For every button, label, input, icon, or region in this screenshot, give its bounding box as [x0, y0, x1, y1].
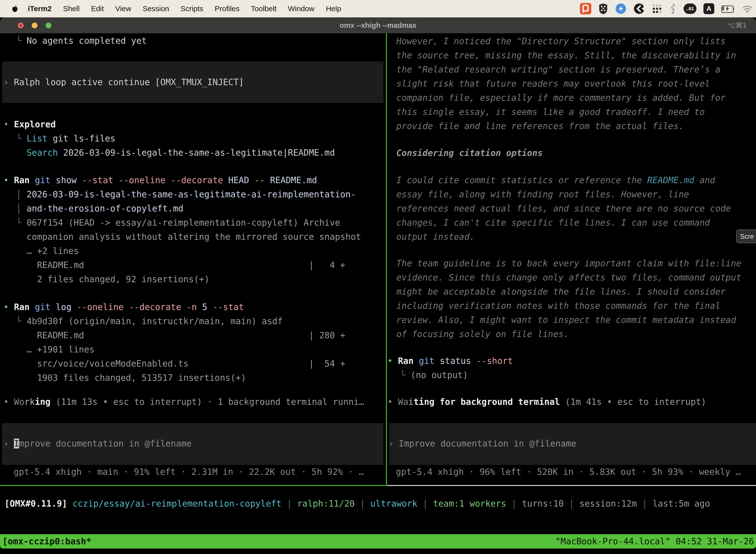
screen-share-tooltip: Scre: [736, 229, 756, 243]
omx-status-bar: [OMX#0.11.9] cczip/essay/ai-reimplementa…: [0, 0, 756, 554]
tmux-session-window-label[interactable]: [omx-cczip0:bash*: [2, 534, 91, 549]
tmux-status-bar: [omx-cczip0:bash* "MacBook-Pro-44.local"…: [0, 534, 756, 549]
terminal-line: [OMX#0.11.9] cczip/essay/ai-reimplementa…: [4, 497, 710, 511]
tmux-host-clock: "MacBook-Pro-44.local" 04:52 31-Mar-26: [555, 534, 754, 549]
